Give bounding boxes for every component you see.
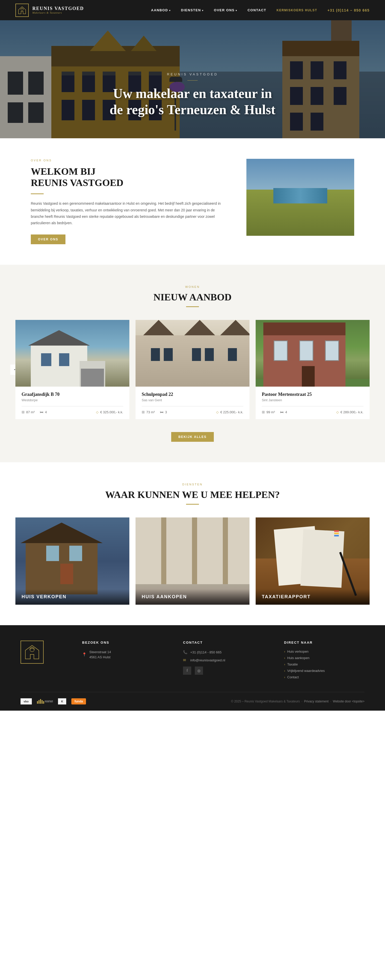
listing-meta: ⊞ 87 m² 🛏 4 ◇ € 325.000,- k.k. xyxy=(22,410,123,414)
service-card[interactable]: HUIS AANKOPEN xyxy=(135,517,250,605)
listings-title: NIEUW AANBOD xyxy=(15,291,370,303)
footer-social: f ◎ xyxy=(183,667,263,675)
footer: BEZOEK ONS 📍 Steenstraat 14 4561 AS Huls… xyxy=(0,625,385,711)
listing-price: ◇ € 289.000,- k.k. xyxy=(336,410,363,414)
logo-subtitle: Makelaars & Taxateurs xyxy=(32,11,84,14)
topsite-link[interactable]: Website door <topsite> xyxy=(333,700,364,703)
services-divider xyxy=(186,504,199,504)
bed-icon: 🛏 xyxy=(40,410,43,414)
about-image xyxy=(247,159,354,236)
nav-aanbod[interactable]: AANBOD▾ xyxy=(151,8,171,12)
listing-sqm: ⊞ 99 m² xyxy=(262,410,275,414)
price-icon: ◇ xyxy=(96,410,99,414)
services-label: DIENSTEN xyxy=(15,483,370,486)
footer-visit-col: BEZOEK ONS 📍 Steenstraat 14 4561 AS Huls… xyxy=(82,641,162,682)
listing-name: Graafjansdijk B 70 xyxy=(22,392,123,397)
about-title: WELKOM BIJ REUNIS VASTGOED xyxy=(31,166,226,188)
about-left: OVER ONS WELKOM BIJ REUNIS VASTGOED Reun… xyxy=(31,159,226,244)
listing-divider xyxy=(262,406,363,406)
footer-phone[interactable]: 📞 +31 (0)114 - 850 665 xyxy=(183,649,263,655)
service-overlay: HUIS VERKOPEN xyxy=(15,589,129,605)
listing-bedrooms: 🛏 4 xyxy=(40,410,47,414)
about-btn[interactable]: OVER ONS xyxy=(31,234,65,244)
service-card[interactable]: HUIS VERKOPEN xyxy=(15,517,129,605)
listing-card[interactable]: Pastoor Mertensstraat 25 Sint Jansteen ⊞… xyxy=(256,320,370,419)
footer-nav-item[interactable]: Huis aankopen xyxy=(284,656,364,660)
logo-icon xyxy=(15,3,29,17)
listings-grid: ← Graafjansdijk B 70 Westdorpe ⊞ 87 m² xyxy=(15,320,370,419)
vbo-badge: vbo xyxy=(21,698,32,705)
listing-image xyxy=(135,320,250,387)
listing-sqm: ⊞ 87 m² xyxy=(22,410,35,414)
listing-card[interactable]: Graafjansdijk B 70 Westdorpe ⊞ 87 m² 🛏 4… xyxy=(15,320,129,419)
phone-icon: 📞 xyxy=(183,649,188,655)
service-label: HUIS VERKOPEN xyxy=(22,594,67,599)
listing-city: Westdorpe xyxy=(22,398,123,402)
footer-logo xyxy=(21,641,62,682)
nav-over-ons[interactable]: OVER ONS▾ xyxy=(214,8,237,12)
about-label: OVER ONS xyxy=(31,159,226,162)
services-title: WAAR KUNNEN WE U MEE HELPEN? xyxy=(15,489,370,500)
listing-meta: ⊞ 99 m² 🛏 4 ◇ € 289.000,- k.k. xyxy=(262,410,363,414)
chevron-down-icon: ▾ xyxy=(169,9,171,12)
bed-icon: 🛏 xyxy=(160,410,164,414)
bekijk-alles-btn[interactable]: BEKIJK ALLES xyxy=(171,432,214,442)
nav-kermiskoers[interactable]: KERMISKOERS HULST xyxy=(277,8,317,12)
hero-content: REUNIS VASTGOED Uw makelaar en taxateur … xyxy=(0,72,385,118)
listing-city: Sas van Gent xyxy=(142,398,243,402)
listings-section: WONEN NIEUW AANBOD ← Graafjansdijk B 70 … xyxy=(0,265,385,462)
listing-image xyxy=(15,320,129,387)
listing-divider xyxy=(22,406,123,406)
listing-name: Schulpenpad 22 xyxy=(142,392,243,397)
area-icon: ⊞ xyxy=(142,410,145,414)
listing-meta: ⊞ 73 m² 🛏 3 ◇ € 225.000,- k.k. xyxy=(142,410,243,414)
listing-divider xyxy=(142,406,243,406)
listing-card[interactable]: Schulpenpad 22 Sas van Gent ⊞ 73 m² 🛏 3 … xyxy=(135,320,250,419)
listing-info: Pastoor Mertensstraat 25 Sint Jansteen ⊞… xyxy=(256,387,370,419)
service-overlay: TAXATIERAPPORT xyxy=(256,589,370,605)
nav-contact[interactable]: CONTACT xyxy=(247,8,266,12)
area-icon: ⊞ xyxy=(262,410,265,414)
services-grid: HUIS VERKOPEN HUIS AANKOPEN xyxy=(15,517,370,605)
chevron-down-icon: ▾ xyxy=(235,9,237,12)
listing-name: Pastoor Mertensstraat 25 xyxy=(262,392,363,397)
footer-nav-item[interactable]: Contact xyxy=(284,675,364,679)
about-divider xyxy=(31,193,44,194)
footer-bottom: vbo NWWI K funda © 2025 – Reunis Vastgoe… xyxy=(21,692,364,711)
listing-info: Graafjansdijk B 70 Westdorpe ⊞ 87 m² 🛏 4… xyxy=(15,387,129,419)
about-body: Reunis Vastgoed is een gerenommeerd make… xyxy=(31,200,226,226)
bekijk-btn-wrap: BEKIJK ALLES xyxy=(15,432,370,442)
privacy-link[interactable]: Privacy statement xyxy=(304,700,329,703)
service-label: HUIS AANKOPEN xyxy=(142,594,187,599)
listings-label: WONEN xyxy=(15,285,370,288)
footer-visit-title: BEZOEK ONS xyxy=(82,641,162,644)
footer-top: BEZOEK ONS 📍 Steenstraat 14 4561 AS Huls… xyxy=(21,641,364,692)
service-overlay: HUIS AANKOPEN xyxy=(135,589,250,605)
price-icon: ◇ xyxy=(216,410,219,414)
footer-address: 📍 Steenstraat 14 4561 AS Hulst xyxy=(82,649,162,660)
email-icon: ✉ xyxy=(183,657,188,663)
footer-nav-item[interactable]: Taxatie xyxy=(284,662,364,666)
listing-sqm: ⊞ 73 m² xyxy=(142,410,155,414)
about-section: OVER ONS WELKOM BIJ REUNIS VASTGOED Reun… xyxy=(0,138,385,265)
hero-divider xyxy=(188,80,197,81)
nav-phone[interactable]: +31 (0)114 – 850 665 xyxy=(328,8,370,12)
nwwi-badge: NWWI xyxy=(37,699,53,704)
hero-section: REUNIS VASTGOED Uw makelaar en taxateur … xyxy=(0,20,385,138)
listing-price: ◇ € 325.000,- k.k. xyxy=(96,410,123,414)
header: REUNIS VASTGOED Makelaars & Taxateurs AA… xyxy=(0,0,385,20)
area-icon: ⊞ xyxy=(22,410,25,414)
footer-nav-item[interactable]: Vrijblijvend waardeadvies xyxy=(284,669,364,673)
facebook-icon[interactable]: f xyxy=(183,667,191,675)
service-card[interactable]: TAXATIERAPPORT xyxy=(256,517,370,605)
footer-contact-col: CONTACT 📞 +31 (0)114 - 850 665 ✉ info@re… xyxy=(183,641,263,682)
instagram-icon[interactable]: ◎ xyxy=(195,667,203,675)
services-section: DIENSTEN WAAR KUNNEN WE U MEE HELPEN? HU… xyxy=(0,462,385,625)
logo[interactable]: REUNIS VASTGOED Makelaars & Taxateurs xyxy=(15,3,84,17)
bed-icon: 🛏 xyxy=(280,410,284,414)
footer-nav-title: DIRECT NAAR xyxy=(284,641,364,644)
footer-nav-item[interactable]: Huis verkopen xyxy=(284,649,364,654)
footer-email[interactable]: ✉ info@reunisvastgoed.nl xyxy=(183,657,263,663)
nav-diensten[interactable]: DIENSTEN▾ xyxy=(181,8,204,12)
footer-copyright: © 2025 – Reunis Vastgoed Makelaars & Tax… xyxy=(231,700,364,703)
